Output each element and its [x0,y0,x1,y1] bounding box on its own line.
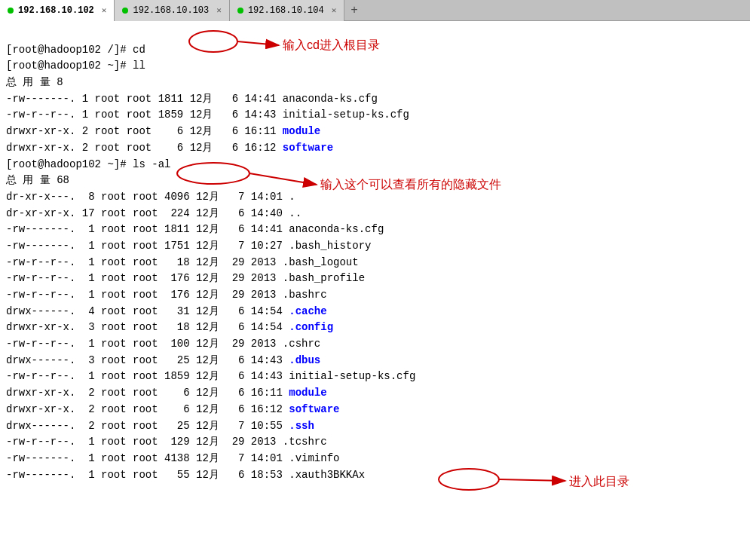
terminal-line-4: -rw-------. 1 root root 1811 12月 6 14:41… [6,93,378,105]
terminal-line-27: -rw-------. 1 root root 55 12月 6 18:53 .… [6,469,365,481]
terminal-line-16: -rw-r--r--. 1 root root 176 12月 29 2013 … [6,289,327,301]
terminal-line-14: -rw-r--r--. 1 root root 18 12月 29 2013 .… [6,256,359,268]
terminal-line-1: [root@hadoop102 /]# cd [6,44,145,56]
tab-2-dot [122,8,128,14]
terminal-line-18: drwxr-xr-x. 3 root root 18 12月 6 14:54 .… [6,321,333,333]
tab-2[interactable]: 192.168.10.103 ✕ [115,0,229,21]
dbus-dir: .dbus [289,354,320,366]
module-1: module [283,125,320,137]
terminal-line-26: -rw-------. 1 root root 4138 12月 7 14:01… [6,452,339,464]
terminal-line-13: -rw-------. 1 root root 1751 12月 7 10:27… [6,240,371,252]
software-1: software [283,142,333,154]
tab-1-close[interactable]: ✕ [102,5,107,15]
terminal-line-9: 总 用 量 68 [6,174,69,186]
terminal-line-24: drwx------. 2 root root 25 12月 7 10:55 .… [6,420,314,432]
tab-3-label: 192.168.10.104 [248,5,324,16]
terminal-line-11: dr-xr-xr-x. 17 root root 224 12月 6 14:40… [6,207,302,219]
tab-2-label: 192.168.10.103 [133,5,209,16]
terminal-line-3: 总 用 量 8 [6,76,63,88]
ssh-dir: .ssh [289,420,314,432]
terminal-output: [root@hadoop102 /]# cd [root@hadoop102 ~… [0,21,750,504]
tab-3[interactable]: 192.168.10.104 ✕ [230,0,344,21]
tab-2-close[interactable]: ✕ [216,5,222,15]
config-dir: .config [289,321,333,333]
terminal-line-8: [root@hadoop102 ~]# ls -al [6,158,170,170]
terminal-line-10: dr-xr-x---. 8 root root 4096 12月 7 14:01… [6,191,295,203]
cache-dir: .cache [289,305,326,317]
terminal-line-2: [root@hadoop102 ~]# ll [6,60,145,72]
terminal-line-22: drwxr-xr-x. 2 root root 6 12月 6 16:11 mo… [6,387,327,399]
terminal-line-19: -rw-r--r--. 1 root root 100 12月 29 2013 … [6,338,320,350]
tab-1[interactable]: 192.168.10.102 ✕ [0,0,115,21]
terminal-line-21: -rw-r--r--. 1 root root 1859 12月 6 14:43… [6,370,415,382]
terminal-line-25: -rw-r--r--. 1 root root 129 12月 29 2013 … [6,436,327,448]
tab-1-dot [8,8,14,14]
new-tab-button[interactable]: + [344,4,364,17]
terminal-line-6: drwxr-xr-x. 2 root root 6 12月 6 16:11 mo… [6,125,320,137]
tab-bar: 192.168.10.102 ✕ 192.168.10.103 ✕ 192.16… [0,0,750,21]
tab-1-label: 192.168.10.102 [18,5,94,16]
tab-3-dot [237,8,243,14]
terminal-line-12: -rw-------. 1 root root 1811 12月 6 14:41… [6,223,384,235]
module-2: module [289,387,326,399]
terminal-line-15: -rw-r--r--. 1 root root 176 12月 29 2013 … [6,272,365,284]
terminal-line-5: -rw-r--r--. 1 root root 1859 12月 6 14:43… [6,109,409,121]
terminal-line-23: drwxr-xr-x. 2 root root 6 12月 6 16:12 so… [6,403,339,415]
terminal-line-20: drwx------. 3 root root 25 12月 6 14:43 .… [6,354,320,366]
terminal-line-7: drwxr-xr-x. 2 root root 6 12月 6 16:12 so… [6,142,333,154]
terminal-line-17: drwx------. 4 root root 31 12月 6 14:54 .… [6,305,327,317]
software-2: software [289,403,339,415]
tab-3-close[interactable]: ✕ [332,5,337,15]
